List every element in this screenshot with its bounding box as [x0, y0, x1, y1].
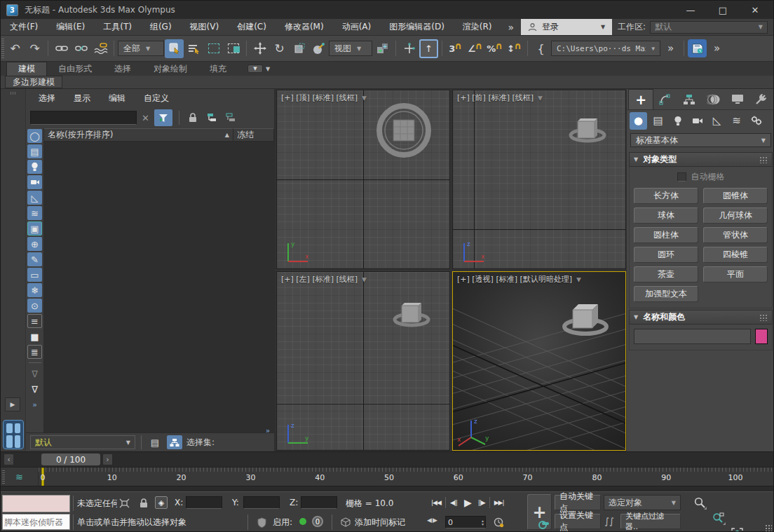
filter-icon[interactable]: ∇ [27, 382, 42, 396]
tab-create[interactable]: + [628, 89, 653, 109]
spinner-arrows-icon[interactable]: ▴▾ [482, 519, 485, 526]
degradation-override-badge[interactable]: 0 [312, 516, 323, 527]
select-by-name-button[interactable] [184, 39, 203, 58]
window-crossing-toggle[interactable] [224, 39, 243, 58]
angle-snap-toggle[interactable]: ∠∩ [466, 39, 484, 58]
maxscript-listener-input-row[interactable] [2, 514, 70, 530]
ribbon-tab-selection[interactable]: 选择 [103, 62, 142, 76]
menu-create[interactable]: 创建(C) [228, 19, 276, 35]
display-xrefs-toggle[interactable]: ⊕ [27, 237, 42, 251]
window-resize-grip[interactable] [765, 524, 772, 531]
dock-expand-button[interactable]: ▶ [5, 397, 20, 411]
set-keys-button[interactable]: + [527, 494, 552, 530]
viewport-menu-icon[interactable]: ▼ [362, 95, 367, 102]
display-frozen-toggle[interactable]: ❄ [27, 283, 42, 297]
tube-button[interactable]: 管状体 [703, 227, 768, 243]
viewport-left-label[interactable]: [+] [左] [标准] [线框] [281, 274, 358, 285]
toolbar-overflow-button-2[interactable]: » [707, 39, 726, 58]
cylinder-button[interactable]: 圆柱体 [634, 227, 698, 243]
primitive-category-dropdown[interactable]: 标准基本体 ▼ [630, 133, 771, 147]
tab-hierarchy[interactable] [677, 89, 701, 109]
save-file-button[interactable] [688, 39, 707, 57]
auto-key-button[interactable]: 自动关键点 [555, 495, 601, 510]
display-lights-toggle[interactable] [27, 160, 42, 174]
select-and-scale-button[interactable] [290, 39, 308, 58]
key-mode-dropdown[interactable]: 选定对象 ▼ [604, 495, 681, 510]
viewcube[interactable] [568, 111, 607, 148]
project-folder-dropdown[interactable]: C:\Users\po···ds Max 2024 ▼ [551, 41, 660, 56]
menu-views[interactable]: 视图(V) [181, 19, 229, 35]
menu-overflow-button[interactable]: » [501, 19, 522, 35]
display-helpers-toggle[interactable]: ◺ [27, 191, 42, 205]
explorer-menu-select[interactable]: 选择 [39, 93, 55, 104]
explorer-toolbar-overflow[interactable]: » [27, 397, 42, 411]
menu-tools[interactable]: 工具(T) [94, 19, 141, 35]
explorer-search-input[interactable] [30, 111, 137, 125]
maxscript-listener-input[interactable] [3, 517, 69, 528]
category-geometry[interactable]: ● [630, 112, 647, 130]
tab-modify[interactable] [653, 89, 677, 109]
column-header-name[interactable]: 名称(按升序排序) ▲ [44, 128, 233, 141]
box-button[interactable]: 长方体 [634, 188, 698, 204]
category-lights[interactable] [669, 112, 686, 130]
explorer-menu-customize[interactable]: 自定义 [144, 93, 169, 104]
list-view-button[interactable]: ≡ [27, 314, 42, 328]
viewport-menu-icon[interactable]: ▼ [576, 276, 581, 283]
lock-explorer-icon[interactable] [186, 111, 200, 125]
workspace-dropdown[interactable]: 默认 ▼ [650, 21, 768, 34]
tab-utilities[interactable] [749, 89, 773, 109]
viewport-perspective[interactable]: [+] [透视] [标准] [默认明暗处理]▼ z x y [452, 271, 626, 451]
go-to-start-button[interactable]: |◀◀ [428, 495, 444, 510]
zoom-all-icon[interactable] [710, 510, 726, 526]
viewport-top[interactable]: [+] [顶] [标准] [线框]▼ y x [276, 90, 450, 269]
geosphere-button[interactable]: 几何球体 [703, 207, 768, 224]
previous-frame-arrow[interactable]: ‹ [4, 453, 14, 465]
x-coordinate-field[interactable] [186, 496, 222, 509]
undo-button[interactable]: ↶ [6, 39, 25, 58]
track-bar[interactable]: ≋ 0102030405060708090100 [1, 467, 773, 491]
select-and-rotate-button[interactable]: ↻ [270, 39, 289, 58]
explorer-menu-display[interactable]: 显示 [74, 93, 90, 104]
scene-object-list[interactable] [44, 142, 274, 432]
ribbon-panel-polygon-modeling[interactable]: 多边形建模 [5, 76, 62, 88]
teapot-button[interactable]: 茶壶 [634, 266, 698, 282]
name-color-rollout-header[interactable]: ▼ 名称和颜色 [629, 310, 773, 325]
cone-button[interactable]: 圆锥体 [703, 188, 768, 204]
selection-filter-dropdown[interactable]: 全部 ▼ [118, 41, 164, 56]
select-and-place-button[interactable] [309, 39, 328, 58]
search-filter-button[interactable] [154, 109, 172, 126]
close-button[interactable]: ✕ [748, 5, 762, 15]
unlink-selection-icon[interactable] [72, 39, 90, 58]
viewport-front[interactable]: [+] [前] [标准] [线框]▼ z x [452, 90, 626, 269]
layers-icon[interactable]: ▤ [147, 435, 163, 449]
go-to-end-button[interactable]: ▶▶| [491, 495, 507, 510]
menu-animation[interactable]: 动画(A) [333, 19, 381, 35]
viewcube[interactable] [374, 100, 434, 161]
torus-button[interactable]: 圆环 [634, 247, 698, 263]
select-and-link-icon[interactable] [52, 39, 71, 58]
pyramid-button[interactable]: 四棱锥 [703, 247, 768, 263]
display-bones-toggle[interactable]: ✎ [27, 252, 42, 266]
menu-graph-editors[interactable]: 图形编辑器(D) [380, 19, 454, 35]
category-shapes[interactable]: ▤ [649, 112, 667, 130]
sphere-button[interactable]: 球体 [634, 207, 698, 224]
reference-coordinate-system-dropdown[interactable]: 视图 ▼ [329, 41, 372, 56]
display-shapes-toggle[interactable]: ▤ [27, 144, 42, 158]
category-helpers[interactable]: ◺ [708, 112, 726, 130]
zoom-extents-icon[interactable] [729, 526, 745, 532]
percent-snap-toggle[interactable]: %∩ [485, 39, 504, 58]
category-systems[interactable] [747, 112, 765, 130]
spinner-snap-toggle[interactable]: ↕∩ [505, 39, 524, 58]
object-type-rollout-header[interactable]: ▼ 对象类型 [629, 152, 773, 167]
ribbon-tab-object-paint[interactable]: 对象绘制 [142, 62, 198, 76]
bind-to-space-warp-icon[interactable] [91, 39, 110, 58]
viewcube[interactable] [392, 296, 431, 332]
ribbon-tab-modeling[interactable]: 建模 [6, 62, 47, 76]
viewport-top-label[interactable]: [+] [顶] [标准] [线框] [281, 93, 358, 103]
clear-search-icon[interactable]: ✕ [142, 113, 149, 123]
object-color-swatch[interactable] [755, 329, 768, 344]
time-slider-frame-indicator[interactable]: 0 / 100 [41, 453, 100, 465]
viewport-perspective-label[interactable]: [+] [透视] [标准] [默认明暗处理] [457, 274, 572, 285]
ribbon-minimize-toggle[interactable]: ▼▼ [247, 62, 270, 76]
ribbon-tab-populate[interactable]: 填充 [198, 62, 238, 76]
